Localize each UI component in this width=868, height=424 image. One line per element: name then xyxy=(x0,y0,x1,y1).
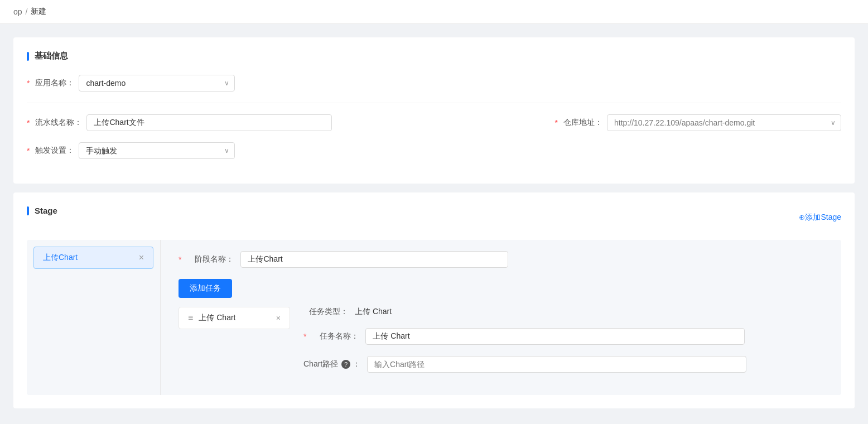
trigger-required: * xyxy=(27,146,30,155)
pipeline-name-label: 流水线名称： xyxy=(35,118,82,128)
task-item-label: 上传 Chart xyxy=(199,313,270,323)
stage-right-panel: * 阶段名称： 上传Chart 添加任务 ≡ 上传 Chart × xyxy=(161,240,841,395)
stage-name-row: * 阶段名称： 上传Chart xyxy=(179,251,823,268)
basic-info-title: 基础信息 xyxy=(27,51,841,61)
stage-tab-close-icon[interactable]: × xyxy=(139,253,144,263)
app-name-row: * 应用名称： chart-demo xyxy=(27,75,841,91)
drag-icon: ≡ xyxy=(188,313,193,323)
stage-title: Stage xyxy=(27,206,57,215)
warehouse-select-wrapper[interactable] xyxy=(607,114,841,131)
breadcrumb-bar: op / 新建 xyxy=(0,0,868,24)
pipeline-required: * xyxy=(27,118,30,127)
trigger-row: * 触发设置： 手动触发 xyxy=(27,142,841,159)
stage-name-label: 阶段名称： xyxy=(189,254,234,264)
add-stage-button[interactable]: ⊕添加Stage xyxy=(799,213,841,223)
app-name-select-wrapper[interactable]: chart-demo xyxy=(79,75,235,91)
task-name-label: 任务名称： xyxy=(314,331,359,341)
stage-area: 上传Chart × * 阶段名称： 上传Chart 添加任务 xyxy=(27,240,841,395)
chart-path-help-icon[interactable]: ? xyxy=(341,360,350,369)
task-type-label: 任务类型： xyxy=(303,307,348,317)
task-detail: 任务类型： 上传 Chart * 任务名称： 上传 Chart C xyxy=(303,307,823,384)
trigger-item: * 触发设置： 手动触发 xyxy=(27,142,235,159)
app-name-required: * xyxy=(27,79,30,88)
stage-name-input[interactable]: 上传Chart xyxy=(240,251,508,268)
task-name-required: * xyxy=(303,332,306,341)
stage-tab-label: 上传Chart xyxy=(43,253,78,263)
add-task-button[interactable]: 添加任务 xyxy=(179,279,232,298)
task-list: ≡ 上传 Chart × xyxy=(179,307,290,384)
task-item[interactable]: ≡ 上传 Chart × xyxy=(179,307,290,329)
stage-tab[interactable]: 上传Chart × xyxy=(33,247,153,269)
task-content: ≡ 上传 Chart × 任务类型： 上传 Chart xyxy=(179,307,823,384)
task-name-input[interactable]: 上传 Chart xyxy=(365,328,745,345)
chart-path-input[interactable] xyxy=(367,356,746,373)
trigger-label: 触发设置： xyxy=(35,146,74,156)
warehouse-item: * 仓库地址： xyxy=(555,114,841,131)
breadcrumb-current: 新建 xyxy=(31,7,46,17)
stage-left-panel: 上传Chart × xyxy=(27,240,161,395)
pipeline-row: * 流水线名称： 上传Chart文件 * 仓库地址： xyxy=(27,114,841,131)
divider-1 xyxy=(27,103,841,103)
pipeline-name-item: * 流水线名称： 上传Chart文件 xyxy=(27,114,332,131)
task-name-row: * 任务名称： 上传 Chart xyxy=(303,328,823,345)
stage-header: Stage ⊕添加Stage xyxy=(27,206,841,229)
warehouse-label: 仓库地址： xyxy=(563,118,602,128)
warehouse-input[interactable] xyxy=(607,114,841,131)
stage-section: Stage ⊕添加Stage 上传Chart × * 阶段名称： 上传Chart xyxy=(13,192,855,408)
basic-info-section: 基础信息 * 应用名称： chart-demo * 流水线名称： 上传Chart… xyxy=(13,37,855,184)
breadcrumb-separator: / xyxy=(26,7,28,16)
app-name-item: * 应用名称： chart-demo xyxy=(27,75,235,91)
app-name-label: 应用名称： xyxy=(35,78,74,88)
task-type-row: 任务类型： 上传 Chart xyxy=(303,307,823,317)
app-name-select[interactable]: chart-demo xyxy=(79,75,235,91)
warehouse-required: * xyxy=(555,118,558,127)
task-type-value: 上传 Chart xyxy=(355,307,392,317)
trigger-select[interactable]: 手动触发 xyxy=(79,142,235,159)
chart-path-row: Chart路径 ? ： xyxy=(303,356,823,373)
stage-name-required: * xyxy=(179,255,181,264)
trigger-select-wrapper[interactable]: 手动触发 xyxy=(79,142,235,159)
breadcrumb-parent: op xyxy=(13,7,22,16)
chart-path-label: Chart路径 ? ： xyxy=(303,359,360,369)
task-item-close-icon[interactable]: × xyxy=(276,314,281,322)
pipeline-name-input[interactable]: 上传Chart文件 xyxy=(86,114,332,131)
